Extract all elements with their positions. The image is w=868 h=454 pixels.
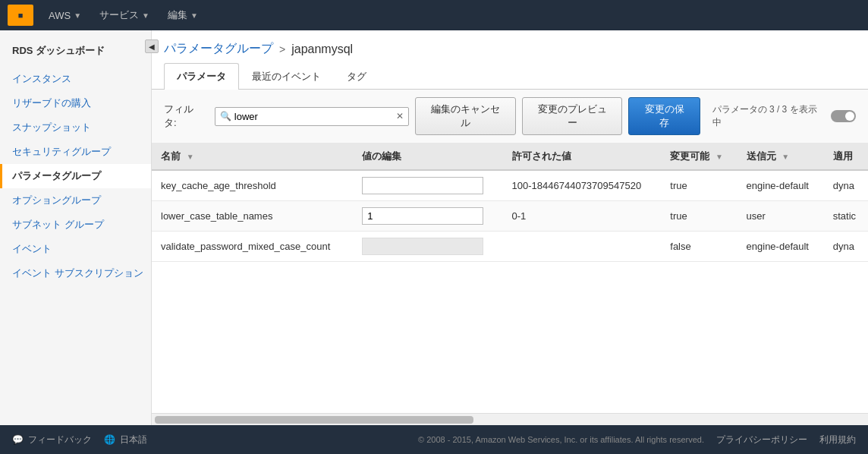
breadcrumb-current: japanmysql [291,43,353,56]
cell-source: engine-default [737,232,824,262]
source-sort-icon[interactable]: ▼ [782,153,789,161]
preview-changes-button[interactable]: 変更のプレビュー [522,97,623,135]
sidebar-item-params[interactable]: パラメータグループ [0,164,151,188]
nav-edit[interactable]: 編集 ▼ [159,0,207,30]
content-area: パラメータグループ > japanmysql パラメータ 最近のイベント タグ … [152,30,868,425]
breadcrumb-parent-link[interactable]: パラメータグループ [164,41,273,57]
sidebar-item-security[interactable]: セキュリティグループ [0,140,151,164]
clear-icon[interactable]: ✕ [396,111,404,121]
cell-modifiable: true [661,170,737,201]
sidebar-item-subnet[interactable]: サブネット グループ [0,213,151,237]
params-table: 名前 ▼ 値の編集 許可された値 変更可能 ▼ [152,143,868,262]
search-box: 🔍 ✕ [215,107,410,126]
services-chevron-icon: ▼ [142,11,149,20]
record-count: パラメータの 3 / 3 を表示中 [712,103,825,129]
table-row: key_cache_age_threshold100-1844674407370… [152,170,868,201]
sidebar-item-eventsub[interactable]: イベント サブスクリプション [0,261,151,285]
cell-name: lower_case_table_names [152,201,353,232]
search-input[interactable] [234,111,394,122]
col-value-edit: 値の編集 [353,143,502,170]
breadcrumb: パラメータグループ > japanmysql [152,30,868,63]
copyright-text: © 2008 - 2015, Amazon Web Services, Inc.… [418,435,704,444]
value-input[interactable] [362,177,483,194]
table-row: validate_password_mixed_case_countfalsee… [152,232,868,262]
privacy-policy-link[interactable]: プライバシーポリシー [716,434,807,446]
col-modifiable: 変更可能 ▼ [661,143,737,170]
top-navigation: ■ AWS ▼ サービス ▼ 編集 ▼ [0,0,868,30]
aws-logo: ■ [8,5,33,26]
col-allowed: 許可された値 [503,143,662,170]
cell-source: user [737,201,824,232]
sidebar-title: RDS ダッシュボード [0,38,151,67]
cell-allowed [503,232,662,262]
table-container: 名前 ▼ 値の編集 許可された値 変更可能 ▼ [152,143,868,413]
sidebar-item-instances[interactable]: インスタンス [0,67,151,91]
sidebar-item-events[interactable]: イベント [0,237,151,261]
globe-icon: 🌐 [104,434,115,445]
cancel-edit-button[interactable]: 編集のキャンセル [415,97,516,135]
table-header-row: 名前 ▼ 値の編集 許可された値 変更可能 ▼ [152,143,868,170]
tabs-container: パラメータ 最近のイベント タグ [152,63,868,90]
table-row: lower_case_table_names0-1trueuserstatic [152,201,868,232]
filter-label: フィルタ: [164,102,206,130]
cell-name: key_cache_age_threshold [152,170,353,201]
aws-logo-text: ■ [18,11,24,20]
col-name: 名前 ▼ [152,143,353,170]
cell-name: validate_password_mixed_case_count [152,232,353,262]
toolbar: フィルタ: 🔍 ✕ 編集のキャンセル 変更のプレビュー 変更の保存 パラメータの… [152,90,868,143]
cell-source: engine-default [737,170,824,201]
hscroll-bar[interactable] [152,413,868,425]
cell-apply: dyna [824,232,868,262]
tab-tags[interactable]: タグ [334,63,379,90]
breadcrumb-separator: > [279,43,285,55]
sidebar-item-options[interactable]: オプショングループ [0,188,151,213]
feedback-button[interactable]: 💬 フィードバック [12,434,92,446]
terms-link[interactable]: 利用規約 [819,434,856,446]
cell-modifiable: false [661,232,737,262]
cell-apply: static [824,201,868,232]
main-layout: RDS ダッシュボード ◀ インスタンス リザーブドの購入 スナップショット セ… [0,30,868,425]
cell-value-edit [353,232,502,262]
language-selector[interactable]: 🌐 日本語 [104,434,147,446]
cell-value-edit [353,201,502,232]
save-changes-button[interactable]: 変更の保存 [628,97,700,135]
cell-modifiable: true [661,201,737,232]
sidebar: RDS ダッシュボード ◀ インスタンス リザーブドの購入 スナップショット セ… [0,30,152,425]
footer: 💬 フィードバック 🌐 日本語 © 2008 - 2015, Amazon We… [0,425,868,454]
sidebar-toggle[interactable]: ◀ [145,39,159,53]
edit-chevron-icon: ▼ [190,11,198,20]
sidebar-item-snapshots[interactable]: スナップショット [0,115,151,140]
search-icon: 🔍 [220,111,231,121]
aws-chevron-icon: ▼ [74,11,81,20]
name-sort-icon[interactable]: ▼ [187,153,194,161]
cell-value-edit [353,170,502,201]
cell-allowed: 0-1 [503,201,662,232]
modifiable-sort-icon[interactable]: ▼ [715,153,723,161]
value-input[interactable] [362,207,483,225]
nav-aws[interactable]: AWS ▼ [39,0,90,30]
tab-events[interactable]: 最近のイベント [239,63,334,90]
sidebar-item-reserved[interactable]: リザーブドの購入 [0,91,151,115]
feedback-icon: 💬 [12,434,24,445]
hscroll-thumb[interactable] [155,416,473,424]
col-apply: 適用 [824,143,868,170]
tab-params[interactable]: パラメータ [164,63,239,90]
display-toggle[interactable] [831,110,857,122]
col-source: 送信元 ▼ [737,143,824,170]
nav-services[interactable]: サービス ▼ [90,0,159,30]
value-input [362,238,483,255]
cell-apply: dyna [824,170,868,201]
cell-allowed: 100-18446744073709547520 [503,170,662,201]
